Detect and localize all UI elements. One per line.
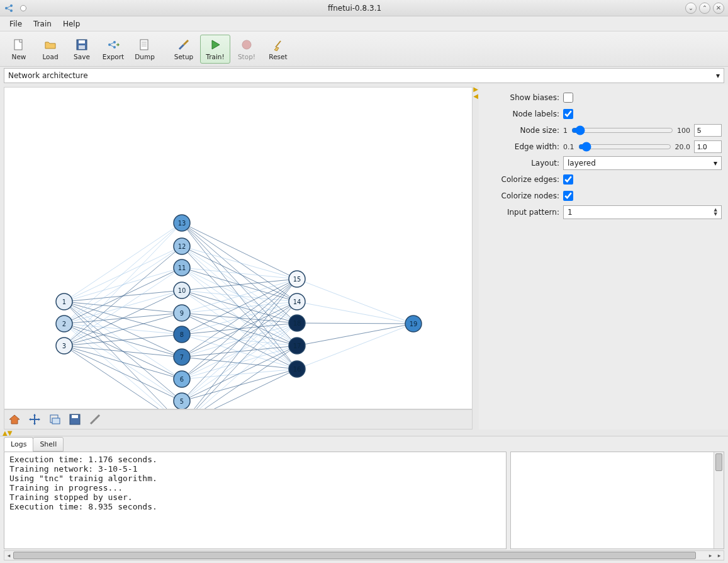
spinner-arrows-icon: ▲▼ [714,208,717,217]
home-icon[interactable] [8,413,21,426]
svg-line-22 [64,246,182,302]
reset-button[interactable]: Reset [263,35,293,64]
svg-line-101 [297,279,413,324]
network-canvas[interactable]: 12313121110987654151418171619 [4,87,473,409]
stop-button: Stop! [232,35,262,64]
svg-line-93 [182,323,297,401]
svg-text:5: 5 [180,398,184,405]
horizontal-scrollbar[interactable]: ◂ ▸ ▸ [4,550,724,560]
log-output[interactable]: Execution time: 1.176 seconds. Training … [4,452,507,549]
edge-width-label: Edge width: [484,142,559,151]
svg-text:19: 19 [410,321,418,327]
app-icon [4,3,14,13]
svg-text:8: 8 [180,331,184,338]
menu-train[interactable]: Train [28,20,57,28]
chevron-down-icon: ▾ [716,71,720,80]
svg-line-4 [6,8,11,11]
node-labels-checkbox[interactable] [563,109,573,119]
svg-text:1: 1 [62,299,66,305]
colorize-nodes-label: Colorize nodes: [484,191,559,200]
maximize-button[interactable]: ⌃ [699,3,710,14]
svg-rect-154 [72,415,78,418]
menubar: File Train Help [0,16,728,31]
svg-line-104 [297,324,413,346]
svg-line-40 [64,324,182,409]
scroll-right2-icon[interactable]: ▸ [715,551,724,560]
svg-line-3 [6,6,11,8]
svg-text:2: 2 [62,321,66,327]
show-biases-label: Show biases: [484,93,559,102]
vertical-splitter[interactable]: ▶◀ [473,84,479,429]
configure-icon[interactable] [89,413,101,426]
layout-combo[interactable]: layered▾ [563,156,722,170]
svg-point-19 [242,40,251,49]
svg-line-31 [64,223,182,324]
zoom-icon[interactable] [48,413,61,426]
scroll-left-icon[interactable]: ◂ [4,551,13,560]
horizontal-splitter[interactable]: ▲▼ [0,429,728,436]
svg-marker-144 [9,415,20,424]
section-label: Network architecture [8,71,88,80]
menu-help[interactable]: Help [57,20,86,28]
broom-icon [271,38,285,52]
tools-icon [177,38,191,52]
svg-line-49 [64,346,182,401]
close-button[interactable]: ✕ [713,3,724,14]
svg-line-47 [64,346,182,357]
save-button[interactable]: Save [67,35,97,64]
window-title: ffnetui-0.8.3.1 [26,4,683,13]
chevron-down-icon: ▾ [714,159,717,168]
svg-line-20 [276,41,281,47]
node-labels-label: Node labels: [484,110,559,118]
edge-width-slider[interactable] [578,142,671,152]
svg-text:7: 7 [180,354,184,361]
section-selector[interactable]: Network architecture ▾ [4,68,724,83]
svg-line-32 [64,246,182,324]
dump-button[interactable]: Dump [130,35,160,64]
edge-width-value[interactable] [694,140,722,153]
svg-line-61 [182,268,297,279]
svg-marker-18 [212,40,220,49]
floppy-icon [75,38,89,52]
svg-line-103 [297,323,413,324]
svg-rect-152 [52,418,60,424]
scroll-right-icon[interactable]: ▸ [706,551,715,560]
svg-text:10: 10 [178,287,186,294]
svg-line-21 [64,223,182,302]
train-button[interactable]: Train! [200,35,230,64]
svg-line-102 [297,302,413,324]
plot-toolbar [4,409,473,429]
menu-file[interactable]: File [4,20,28,28]
new-button[interactable]: New [4,35,34,64]
load-button[interactable]: Load [35,35,65,64]
svg-marker-149 [29,418,31,421]
minimize-button[interactable]: ⌄ [685,3,697,14]
colorize-edges-checkbox[interactable] [563,174,573,185]
svg-text:12: 12 [178,243,186,250]
layout-label: Layout: [484,159,559,168]
svg-line-41 [64,223,182,346]
pan-icon[interactable] [28,413,41,426]
colorize-nodes-checkbox[interactable] [563,191,573,201]
svg-text:16: 16 [293,366,301,373]
svg-text:11: 11 [178,264,186,271]
tab-shell[interactable]: Shell [33,437,64,452]
svg-line-42 [64,246,182,346]
node-size-value[interactable] [694,124,722,137]
dump-icon [138,38,152,52]
svg-text:17: 17 [293,343,301,350]
node-size-label: Node size: [484,126,559,135]
save-figure-icon[interactable] [69,413,81,426]
tab-logs[interactable]: Logs [4,437,33,452]
play-icon [208,38,222,52]
svg-text:9: 9 [180,310,184,317]
input-pattern-spinner[interactable]: 1▲▼ [563,205,722,219]
svg-line-46 [64,334,182,346]
node-size-slider[interactable] [571,125,673,135]
export-button[interactable]: Export [98,35,128,64]
stop-icon [240,38,254,52]
setup-button[interactable]: Setup [169,35,199,64]
vertical-scrollbar[interactable] [714,452,724,549]
svg-text:13: 13 [178,220,186,227]
show-biases-checkbox[interactable] [563,93,573,103]
